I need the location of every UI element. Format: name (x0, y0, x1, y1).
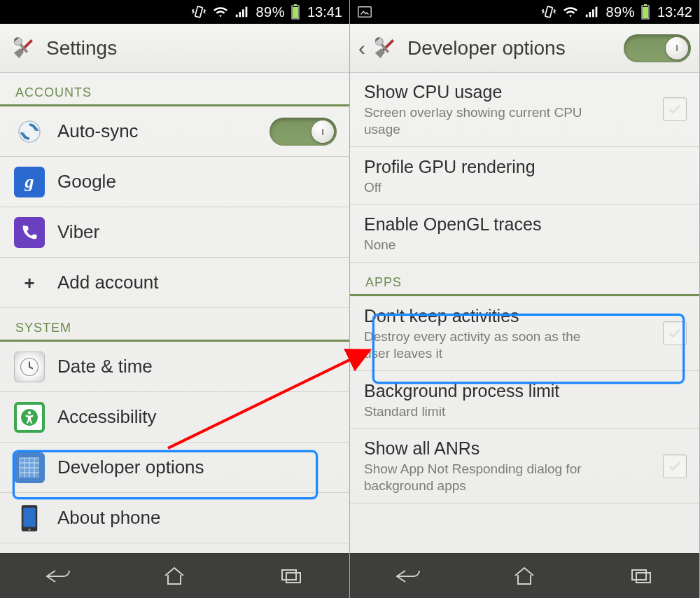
row-show-cpu[interactable]: Show CPU usage Screen overlay showing cu… (350, 73, 699, 147)
row-opengl-traces[interactable]: Enable OpenGL traces None (350, 204, 699, 263)
svg-rect-32 (382, 39, 394, 51)
settings-screen: 89% 13:41 Settings ACCOUNTS Auto-sync I (0, 0, 350, 598)
row-dont-keep-activities[interactable]: Don't keep activities Destroy every acti… (350, 296, 699, 371)
row-developer-options[interactable]: Developer options (0, 443, 349, 493)
nav-bar (350, 553, 699, 598)
svg-rect-26 (589, 12, 592, 17)
section-apps: APPS (350, 263, 699, 296)
developer-options-screen: 89% 13:42 ‹ Developer options I Show CPU… (350, 0, 700, 598)
svg-rect-35 (632, 570, 646, 580)
autosync-toggle[interactable]: I (270, 118, 337, 146)
nav-back[interactable] (34, 562, 83, 590)
vibrate-icon (541, 4, 556, 20)
devoptions-master-toggle[interactable]: I (624, 34, 691, 62)
about-label: About phone (57, 507, 337, 529)
svg-point-20 (28, 529, 30, 531)
svg-rect-21 (282, 570, 296, 580)
battery-icon (290, 4, 300, 20)
nav-home[interactable] (150, 562, 199, 590)
bpl-title: Background process limit (364, 380, 687, 401)
cpu-checkbox[interactable] (663, 97, 687, 121)
battery-percent: 89% (606, 4, 635, 20)
nav-recent[interactable] (267, 562, 316, 590)
battery-icon (640, 4, 650, 20)
svg-rect-7 (293, 7, 298, 18)
google-label: Google (57, 171, 337, 193)
anr-checkbox[interactable] (663, 454, 687, 478)
nav-back[interactable] (384, 562, 433, 590)
svg-rect-24 (545, 6, 553, 18)
viber-label: Viber (57, 221, 337, 243)
row-add-account[interactable]: + Add account (0, 258, 349, 308)
cpu-title: Show CPU usage (364, 81, 650, 102)
screenshot-icon (357, 5, 372, 19)
settings-list[interactable]: ACCOUNTS Auto-sync I g Google Viber + (0, 73, 349, 553)
row-bg-process-limit[interactable]: Background process limit Standard limit (350, 371, 699, 429)
action-bar: Settings (0, 24, 349, 73)
svg-rect-19 (23, 508, 36, 527)
dka-checkbox[interactable] (663, 321, 687, 345)
devoptions-list[interactable]: Show CPU usage Screen overlay showing cu… (350, 73, 699, 553)
svg-rect-28 (596, 7, 598, 18)
page-title: Settings (46, 37, 117, 60)
status-clock: 13:41 (307, 4, 342, 20)
row-datetime[interactable]: Date & time (0, 342, 349, 392)
settings-icon[interactable] (370, 33, 400, 64)
datetime-label: Date & time (57, 356, 337, 377)
gpu-sub: Off (364, 179, 595, 196)
svg-rect-23 (358, 7, 371, 18)
accessibility-label: Accessibility (57, 406, 337, 428)
row-accessibility[interactable]: Accessibility (0, 392, 349, 443)
viber-icon (14, 217, 45, 248)
bpl-sub: Standard limit (364, 403, 595, 420)
row-google[interactable]: g Google (0, 157, 349, 207)
anr-title: Show all ANRs (364, 438, 650, 459)
vibrate-icon (191, 4, 206, 20)
svg-rect-1 (236, 15, 238, 18)
svg-rect-0 (195, 6, 203, 18)
google-icon: g (14, 167, 45, 197)
gpu-title: Profile GPU rendering (364, 156, 687, 177)
svg-rect-2 (239, 12, 241, 17)
phone-icon (14, 503, 45, 534)
action-bar: ‹ Developer options I (350, 24, 699, 73)
svg-rect-22 (286, 573, 300, 583)
section-accounts: ACCOUNTS (0, 73, 349, 106)
row-autosync[interactable]: Auto-sync I (0, 106, 349, 157)
nav-bar (0, 553, 349, 598)
page-title: Developer options (407, 37, 566, 60)
svg-rect-31 (643, 7, 648, 18)
status-bar: 89% 13:41 (0, 0, 349, 24)
anr-sub: Show App Not Responding dialog for backg… (364, 461, 595, 494)
autosync-label: Auto-sync (57, 120, 257, 142)
svg-rect-8 (21, 39, 33, 51)
row-profile-gpu[interactable]: Profile GPU rendering Off (350, 147, 699, 205)
cpu-sub: Screen overlay showing current CPU usage (364, 104, 595, 138)
settings-icon (8, 33, 39, 64)
developer-icon (14, 452, 45, 483)
row-show-anrs[interactable]: Show all ANRs Show App Not Responding di… (350, 429, 699, 503)
signal-icon (234, 4, 250, 20)
svg-rect-25 (586, 15, 588, 18)
accessibility-icon (14, 402, 45, 433)
row-viber[interactable]: Viber (0, 207, 349, 258)
svg-rect-4 (246, 7, 248, 18)
battery-percent: 89% (255, 4, 285, 20)
svg-rect-27 (592, 9, 594, 17)
nav-home[interactable] (500, 562, 549, 590)
gl-sub: None (364, 237, 595, 253)
section-system: SYSTEM (0, 308, 349, 342)
svg-rect-36 (636, 573, 650, 583)
nav-recent[interactable] (617, 562, 666, 590)
devoptions-label: Developer options (57, 457, 337, 478)
status-bar: 89% 13:42 (350, 0, 699, 24)
wifi-icon (562, 4, 579, 20)
gl-title: Enable OpenGL traces (364, 214, 687, 235)
row-about-phone[interactable]: About phone (0, 493, 349, 543)
back-icon[interactable]: ‹ (358, 36, 365, 60)
svg-rect-3 (242, 9, 244, 17)
signal-icon (584, 4, 600, 20)
sync-icon (14, 116, 45, 147)
dka-sub: Destroy every activity as soon as the us… (364, 328, 595, 362)
status-clock: 13:42 (657, 4, 692, 20)
